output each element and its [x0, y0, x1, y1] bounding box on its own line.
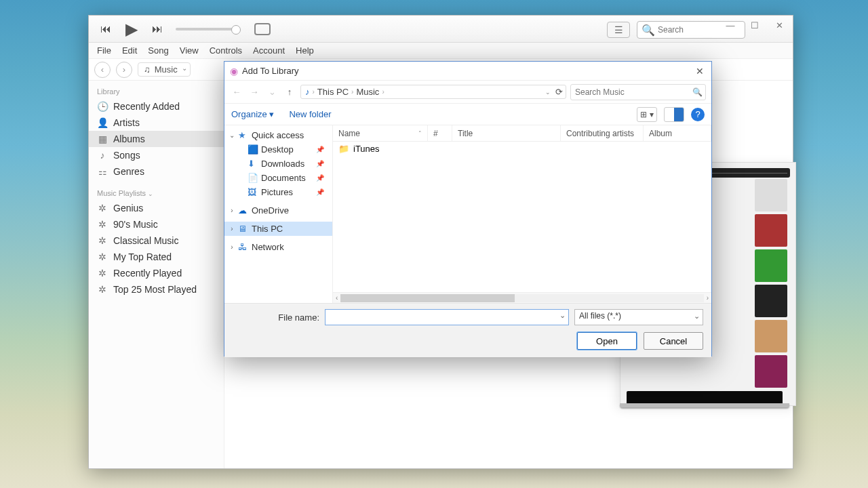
- tree-qa-desktop[interactable]: 🟦Desktop📌: [224, 142, 332, 157]
- playlist-icon: ✲: [97, 251, 108, 262]
- folder-icon: 📁: [338, 144, 349, 154]
- menu-help[interactable]: Help: [296, 45, 314, 56]
- dialog-forward-button[interactable]: →: [248, 87, 261, 97]
- refresh-button[interactable]: ⟳: [555, 87, 563, 97]
- playlist-item-classical-music[interactable]: ✲Classical Music: [89, 232, 224, 249]
- cancel-button[interactable]: Cancel: [644, 332, 703, 350]
- menu-bar: FileEditSongViewControlsAccountHelp: [89, 43, 793, 59]
- tree-network[interactable]: ›🖧 Network: [224, 240, 332, 254]
- column-tracknum: #: [428, 125, 452, 141]
- breadcrumb-this-pc[interactable]: This PC: [317, 87, 349, 97]
- dialog-bottom-panel: File name: All files (*.*) Open Cancel: [224, 303, 711, 357]
- sidebar-item-albums[interactable]: ▦Albums: [89, 131, 224, 147]
- playlist-icon: ✲: [97, 284, 108, 295]
- music-note-icon: ♫: [144, 64, 151, 75]
- menu-song[interactable]: Song: [148, 45, 168, 56]
- sidebar-icon: ⚏: [97, 166, 108, 177]
- list-view-button[interactable]: ☰: [607, 22, 630, 38]
- volume-slider[interactable]: [176, 28, 237, 30]
- tree-qa-downloads[interactable]: ⬇Downloads📌: [224, 157, 332, 171]
- dialog-address-row: ← → ⌄ ↑ ♪ › This PC › Music › ⌄ ⟳ 🔍: [224, 81, 711, 104]
- file-name-input[interactable]: [325, 309, 569, 325]
- dialog-titlebar: ◉ Add To Library ✕: [224, 62, 711, 81]
- tree-onedrive[interactable]: ›☁ OneDrive: [224, 203, 332, 218]
- horizontal-scrollbar[interactable]: ‹›: [333, 292, 711, 303]
- library-section-header: Library: [89, 85, 224, 98]
- previous-track-button[interactable]: ⏮: [98, 22, 113, 37]
- organize-menu[interactable]: Organize ▾: [231, 109, 274, 119]
- new-folder-button[interactable]: New folder: [289, 109, 331, 119]
- preview-pane-button[interactable]: [664, 107, 684, 122]
- tree-qa-pictures[interactable]: 🖼Pictures📌: [224, 185, 332, 199]
- menu-view[interactable]: View: [180, 45, 199, 56]
- media-type-dropdown[interactable]: ♫ Music: [138, 62, 191, 77]
- sidebar-icon: ♪: [97, 150, 108, 161]
- open-button[interactable]: Open: [577, 332, 637, 350]
- sidebar: Library 🕒Recently Added👤Artists▦Albums♪S…: [89, 81, 224, 468]
- file-name-label: File name:: [233, 312, 319, 323]
- playlist-item-90-s-music[interactable]: ✲90's Music: [89, 216, 224, 232]
- dialog-recent-button[interactable]: ⌄: [265, 87, 279, 97]
- itunes-titlebar: ⏮ ▶ ⏭ ☰ 🔍 — ☐ ✕: [89, 16, 793, 43]
- nav-back-button[interactable]: ‹: [94, 62, 111, 78]
- breadcrumb-bar[interactable]: ♪ › This PC › Music › ⌄ ⟳: [300, 85, 566, 99]
- pin-icon: 📌: [316, 146, 328, 153]
- file-row[interactable]: 📁iTunes: [333, 142, 711, 156]
- dialog-search[interactable]: 🔍: [570, 84, 706, 100]
- playlist-item-top-25-most-played[interactable]: ✲Top 25 Most Played: [89, 281, 224, 298]
- dialog-back-button[interactable]: ←: [230, 87, 243, 97]
- promo-laptop-base: [613, 391, 796, 414]
- help-button[interactable]: ?: [691, 108, 705, 121]
- maximize-button[interactable]: ☐: [743, 17, 767, 33]
- search-icon: 🔍: [642, 24, 655, 37]
- breadcrumb-music[interactable]: Music: [356, 87, 379, 97]
- menu-file[interactable]: File: [97, 45, 111, 56]
- column-name: Name˄: [333, 125, 428, 141]
- nav-forward-button[interactable]: ›: [116, 62, 132, 78]
- playlist-icon: ✲: [97, 219, 108, 230]
- sidebar-item-genres[interactable]: ⚏Genres: [89, 163, 224, 180]
- pin-icon: 📌: [316, 174, 328, 182]
- view-options-button[interactable]: ⊞ ▾: [637, 107, 657, 122]
- playlist-item-my-top-rated[interactable]: ✲My Top Rated: [89, 249, 224, 265]
- sidebar-icon: 👤: [97, 117, 108, 128]
- column-title: Title: [452, 125, 561, 141]
- menu-controls[interactable]: Controls: [210, 45, 242, 56]
- playlist-icon: ✲: [97, 268, 108, 279]
- tree-quick-access[interactable]: ⌄★ Quick access: [224, 128, 332, 142]
- minimize-button[interactable]: —: [718, 17, 743, 33]
- media-type-label: Music: [155, 64, 178, 75]
- menu-account[interactable]: Account: [253, 45, 285, 56]
- add-to-library-dialog: ◉ Add To Library ✕ ← → ⌄ ↑ ♪ › This PC ›…: [224, 61, 712, 357]
- folder-tree: ⌄★ Quick access 🟦Desktop📌⬇Downloads📌📄Doc…: [224, 125, 333, 303]
- sidebar-item-artists[interactable]: 👤Artists: [89, 115, 224, 131]
- file-type-filter[interactable]: All files (*.*): [574, 309, 703, 325]
- dialog-close-button[interactable]: ✕: [692, 64, 707, 79]
- tree-qa-documents[interactable]: 📄Documents📌: [224, 171, 332, 185]
- dialog-search-input[interactable]: [575, 87, 701, 97]
- play-button[interactable]: ▶: [124, 22, 139, 37]
- playlists-section-header: Music Playlists ⌄: [89, 186, 224, 200]
- dialog-toolbar: Organize ▾ New folder ⊞ ▾ ?: [224, 104, 711, 125]
- playlist-icon: ✲: [97, 235, 108, 246]
- airplay-button[interactable]: [254, 23, 271, 35]
- sidebar-item-recently-added[interactable]: 🕒Recently Added: [89, 98, 224, 115]
- next-track-button[interactable]: ⏭: [150, 22, 165, 37]
- dialog-app-icon: ◉: [230, 66, 238, 77]
- column-album: Album: [644, 125, 711, 141]
- menu-edit[interactable]: Edit: [122, 45, 137, 56]
- playlist-item-genius[interactable]: ✲Genius: [89, 200, 224, 216]
- close-window-button[interactable]: ✕: [767, 17, 791, 33]
- sidebar-item-songs[interactable]: ♪Songs: [89, 147, 224, 163]
- music-folder-icon: ♪: [305, 87, 310, 97]
- tree-this-pc[interactable]: ›🖥 This PC: [224, 222, 332, 236]
- playlist-item-recently-played[interactable]: ✲Recently Played: [89, 265, 224, 281]
- column-headers[interactable]: Name˄ # Title Contributing artists Album: [333, 125, 711, 142]
- sidebar-icon: 🕒: [97, 101, 108, 112]
- dialog-up-button[interactable]: ↑: [283, 87, 296, 97]
- sidebar-icon: ▦: [97, 134, 108, 144]
- playlist-icon: ✲: [97, 203, 108, 214]
- dialog-title: Add To Library: [242, 66, 299, 76]
- pin-icon: 📌: [316, 160, 328, 167]
- search-icon: 🔍: [692, 87, 703, 97]
